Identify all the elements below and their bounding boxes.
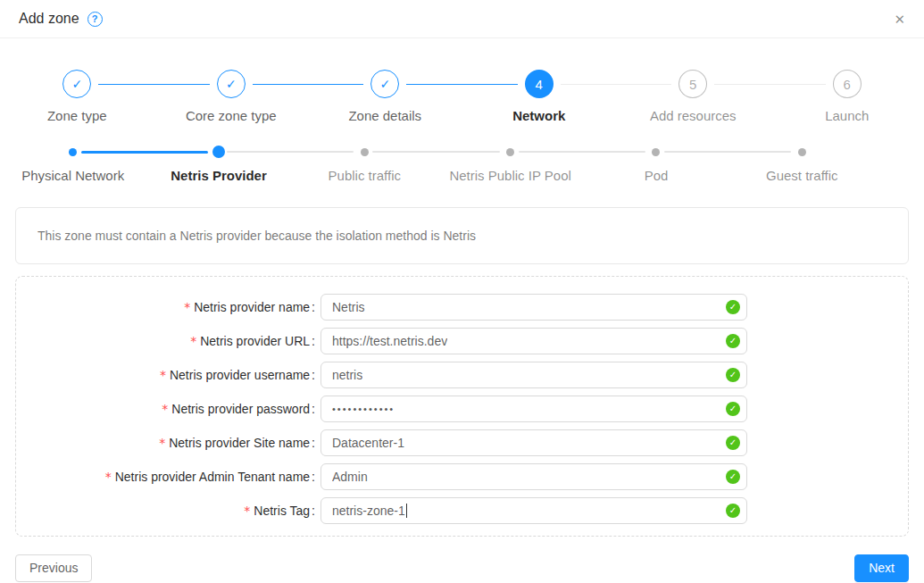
next-button[interactable]: Next — [854, 554, 909, 582]
step-check-icon: ✓ — [370, 70, 399, 98]
help-icon[interactable]: ? — [87, 12, 103, 27]
step-label: Core zone type — [154, 108, 309, 123]
valid-check-icon: ✓ — [726, 334, 740, 348]
form-row: *Netris provider Admin Tenant name: Admi… — [16, 463, 908, 490]
valid-check-icon: ✓ — [726, 436, 740, 450]
netris-provider-form: *Netris provider name: Netris ✓ *Netris … — [15, 276, 909, 537]
substep-physical-network: Physical Network — [0, 146, 146, 183]
substep-label: Guest traffic — [729, 168, 875, 183]
step-check-icon: ✓ — [62, 70, 91, 98]
substep-label: Pod — [583, 168, 728, 183]
substep-dot — [361, 148, 369, 156]
form-row: *Netris provider Site name: Datacenter-1… — [16, 429, 908, 456]
form-row: *Netris provider username: netris ✓ — [16, 362, 908, 388]
substep-dot — [652, 148, 660, 156]
step-number: 6 — [833, 70, 862, 98]
step-number: 4 — [525, 70, 554, 98]
required-marker: * — [184, 300, 190, 314]
page-title: Add zone — [19, 11, 79, 27]
substep-label: Netris Public IP Pool — [437, 168, 583, 183]
valid-check-icon: ✓ — [726, 402, 740, 416]
close-icon[interactable]: ✕ — [894, 12, 905, 26]
text-cursor — [406, 504, 407, 518]
dialog-footer: Previous Next — [15, 554, 909, 582]
required-marker: * — [160, 368, 166, 382]
step-label: Zone details — [308, 108, 462, 123]
substep-dot — [69, 148, 77, 156]
field-label: *Netris provider password: — [16, 396, 315, 422]
dialog-header: Add zone ? ✕ — [0, 0, 924, 38]
step-label: Launch — [770, 108, 924, 123]
previous-button[interactable]: Previous — [15, 554, 92, 582]
field-label: *Netris provider username: — [16, 362, 315, 388]
network-substeps: Physical Network Netris Provider Public … — [0, 146, 924, 183]
field-label: *Netris provider Admin Tenant name: — [16, 463, 315, 490]
netris-provider-name-input[interactable]: Netris ✓ — [320, 294, 747, 321]
step-check-icon: ✓ — [217, 70, 246, 98]
netris-provider-url-input[interactable]: https://test.netris.dev ✓ — [320, 328, 747, 354]
step-label: Network — [462, 108, 617, 123]
step-zone-type: ✓ Zone type — [0, 70, 154, 123]
netris-provider-site-name-input[interactable]: Datacenter-1 ✓ — [320, 429, 747, 456]
form-row: *Netris provider password: •••••••••••• … — [16, 396, 908, 422]
field-label: *Netris provider Site name: — [16, 429, 315, 456]
step-core-zone-type: ✓ Core zone type — [154, 70, 309, 123]
netris-provider-admin-tenant-name-input[interactable]: Admin ✓ — [320, 463, 747, 490]
isolation-method-notice: This zone must contain a Netris provider… — [15, 207, 909, 264]
required-marker: * — [105, 470, 112, 484]
step-number: 5 — [678, 70, 707, 98]
masked-password-value: •••••••••••• — [332, 404, 395, 414]
substep-label: Public traffic — [292, 168, 437, 183]
required-marker: * — [162, 402, 168, 416]
substep-dot — [212, 146, 225, 158]
field-label: *Netris provider name: — [16, 294, 315, 321]
step-add-resources: 5 Add resources — [616, 70, 770, 123]
netris-provider-username-input[interactable]: netris ✓ — [320, 362, 747, 388]
form-row: *Netris provider name: Netris ✓ — [16, 294, 908, 321]
step-label: Zone type — [0, 108, 154, 123]
valid-check-icon: ✓ — [726, 368, 740, 382]
substep-dot — [506, 148, 514, 156]
valid-check-icon: ✓ — [726, 300, 740, 314]
step-network: 4 Network — [462, 70, 617, 123]
valid-check-icon: ✓ — [726, 504, 740, 518]
netris-provider-password-input[interactable]: •••••••••••• ✓ — [320, 396, 747, 422]
form-row: *Netris Tag: netris-zone-1 ✓ — [16, 497, 908, 524]
step-label: Add resources — [616, 108, 770, 123]
required-marker: * — [159, 436, 165, 450]
notice-text: This zone must contain a Netris provider… — [37, 229, 476, 243]
field-label: *Netris Tag: — [16, 497, 315, 524]
step-launch: 6 Launch — [770, 70, 924, 123]
wizard-steps: ✓ Zone type ✓ Core zone type ✓ Zone deta… — [0, 70, 924, 123]
form-row: *Netris provider URL: https://test.netri… — [16, 328, 908, 354]
required-marker: * — [244, 504, 250, 518]
substep-dot — [798, 148, 806, 156]
step-zone-details: ✓ Zone details — [308, 70, 462, 123]
substep-label: Physical Network — [0, 168, 146, 183]
field-label: *Netris provider URL: — [16, 328, 315, 354]
required-marker: * — [190, 334, 196, 348]
valid-check-icon: ✓ — [726, 470, 740, 484]
substep-label: Netris Provider — [146, 168, 291, 183]
netris-tag-input[interactable]: netris-zone-1 ✓ — [320, 497, 747, 524]
